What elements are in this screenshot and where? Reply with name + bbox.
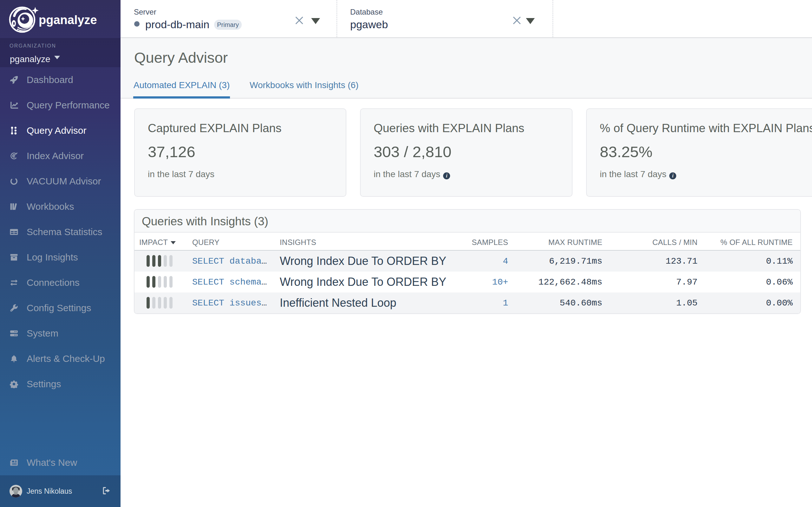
svg-text:pganalyze: pganalyze	[39, 13, 97, 26]
